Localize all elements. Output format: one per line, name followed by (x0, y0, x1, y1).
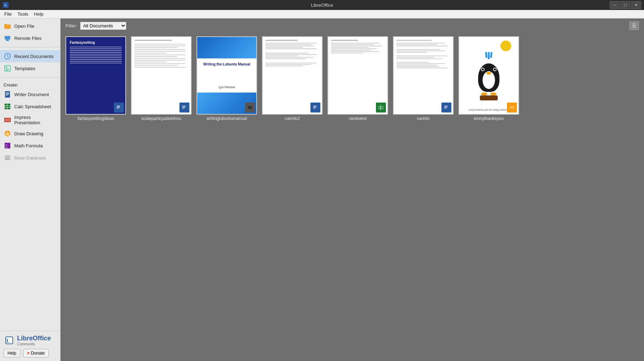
sidebar-item-writer[interactable]: Writer Document (0, 88, 60, 100)
sidebar-item-templates[interactable]: Templates (0, 62, 60, 74)
sidebar-item-open-file[interactable]: Open File (0, 20, 60, 32)
main-layout: Open File Remote Files Recent Documents (0, 19, 644, 361)
math-label: Math Formula (14, 143, 43, 148)
filter-dropdown[interactable]: All Documents Documents Spreadsheets Pre… (80, 22, 126, 30)
close-button[interactable]: ✕ (631, 1, 641, 9)
filter-bar: Filter: All Documents Documents Spreadsh… (61, 19, 644, 33)
impress-icon (4, 116, 11, 124)
sidebar-item-draw[interactable]: Draw Drawing (0, 127, 60, 140)
svg-rect-8 (6, 69, 9, 69)
svg-point-26 (5, 158, 10, 160)
line (135, 51, 185, 52)
blue-hair (486, 52, 492, 59)
line (397, 49, 439, 50)
writer-icon (4, 90, 11, 98)
line (397, 51, 445, 51)
heart-icon: ♥ (27, 351, 30, 356)
doc-thumb-fantasy: Fantasysetting (66, 36, 126, 115)
line (266, 66, 303, 66)
doc-name-lenny: lennythanksyou (474, 116, 503, 121)
doc-item-scaleparticpateinfoss[interactable]: scaleparticpateinfoss (131, 36, 192, 121)
line (266, 57, 314, 58)
penguin-eye-right (493, 68, 497, 71)
sidebar-item-recent-documents[interactable]: Recent Documents (0, 50, 60, 62)
content-area: Filter: All Documents Documents Spreadsh… (61, 19, 644, 361)
logo-icon: L (4, 335, 15, 346)
base-icon (4, 154, 11, 162)
svg-rect-13 (6, 95, 8, 95)
lubuntu-author: Lyn Perrine (197, 85, 256, 89)
remote-files-label: Remote Files (14, 36, 42, 41)
svg-rect-4 (6, 40, 9, 41)
doc-item-carinfo[interactable]: carinfo (393, 36, 454, 121)
sun (501, 41, 511, 51)
svg-rect-43 (313, 108, 315, 109)
line (331, 51, 379, 52)
sidebar-item-calc[interactable]: Calc Spreadsheet (0, 100, 60, 113)
svg-rect-19 (5, 119, 10, 121)
view-toggle-button[interactable]: ☰ (629, 21, 639, 30)
doc-item-carinfo2[interactable]: carinfo2 (262, 36, 323, 121)
maximize-button[interactable]: □ (621, 1, 630, 9)
line (397, 44, 437, 45)
sidebar-create-section: Create: Writer Document Calc Spreadsheet… (0, 79, 60, 165)
svg-rect-11 (6, 93, 9, 93)
sidebar-item-math[interactable]: ∑ Math Formula (0, 140, 60, 152)
line (135, 46, 185, 46)
donate-label: Donate (31, 351, 45, 356)
sidebar-divider-2 (0, 77, 60, 78)
help-button[interactable]: Help (4, 349, 20, 357)
titlebar-left: L (3, 2, 9, 8)
doc-thumb-lubuntu: Writing the Lubuntu Manual Lyn Perrine (197, 36, 257, 115)
svg-rect-39 (248, 106, 252, 109)
sidebar-nav-section-2: Recent Documents Templates (0, 49, 60, 76)
svg-rect-50 (444, 107, 447, 108)
doc-item-writinglubuntumanual[interactable]: Writing the Lubuntu Manual Lyn Perrine w… (197, 36, 257, 121)
window-title: LibreOffice (311, 2, 333, 8)
line (135, 60, 185, 61)
line (331, 43, 379, 43)
math-icon: ∑ (4, 142, 11, 150)
template-icon (4, 64, 11, 72)
libreoffice-logo: L LibreOffice Community (4, 335, 57, 346)
svg-text:∑: ∑ (5, 144, 8, 148)
penguin-eye-left (481, 68, 485, 71)
file-type-badge (310, 103, 320, 113)
menu-file[interactable]: File (1, 11, 15, 17)
svg-rect-42 (313, 107, 316, 108)
open-file-label: Open File (14, 23, 34, 29)
sidebar-item-remote-files[interactable]: Remote Files (0, 32, 60, 44)
donate-button[interactable]: ♥ Donate (23, 349, 49, 357)
line (331, 48, 377, 49)
menu-help[interactable]: Help (31, 11, 46, 17)
line (266, 53, 308, 53)
penguin-stand (480, 95, 498, 100)
line (331, 53, 363, 53)
spacer (266, 50, 319, 52)
penguin-beak (487, 72, 491, 75)
line (135, 63, 185, 64)
spacer (266, 60, 319, 62)
doc-item-fantasysettingideas[interactable]: Fantasysetting (66, 36, 126, 121)
lubuntu-title: Writing the Lubuntu Manual (197, 62, 256, 67)
doc-thumb-carinfo2 (262, 36, 323, 115)
doc-item-randotest[interactable]: randotest (328, 36, 388, 121)
base-label: Base Database (14, 155, 46, 161)
titlebar: L LibreOffice ─ □ ✕ (0, 0, 644, 10)
line (266, 40, 298, 41)
sidebar-item-impress[interactable]: Impress Presentation (0, 113, 60, 127)
doc-item-lennythanksyou[interactable]: Lenny thanks you for using Lubuntu. lenn… (459, 36, 519, 121)
spacer (397, 47, 450, 48)
doc-thumb-carinfo (393, 36, 454, 115)
line (70, 63, 122, 63)
writer-label: Writer Document (14, 92, 49, 97)
minimize-button[interactable]: ─ (610, 1, 620, 9)
recent-icon (4, 52, 11, 60)
line (135, 49, 185, 50)
line (135, 47, 177, 48)
menu-tools[interactable]: Tools (15, 11, 31, 17)
svg-rect-35 (182, 106, 185, 106)
logo-name: LibreOffice (17, 335, 51, 342)
doc-thumb-scale (131, 36, 192, 115)
line (135, 44, 185, 45)
